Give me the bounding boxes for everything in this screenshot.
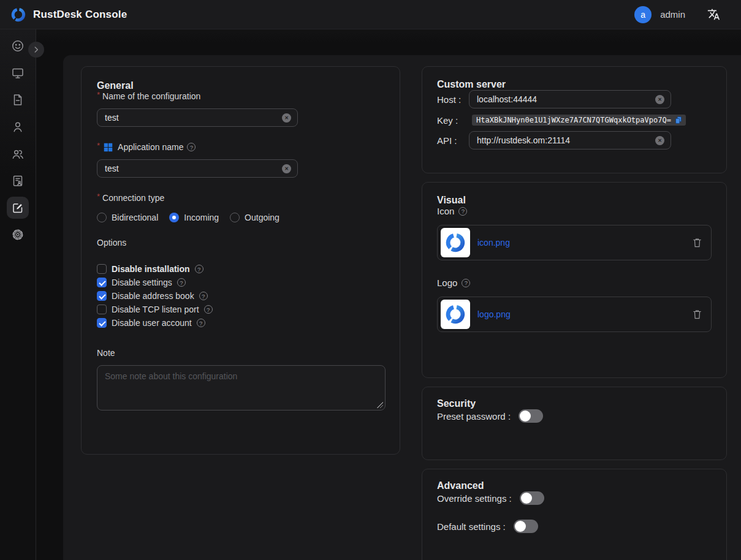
- option-disable-user-account: Disable user account: [97, 316, 384, 330]
- option-disable-settings: Disable settings: [97, 276, 384, 289]
- server-key-value: HtaXBkJNHyn0e1U1jWXze7A7CN7QTGWqxkOtpaVp…: [472, 115, 686, 126]
- host-label: Host :: [437, 94, 469, 105]
- sidebar-item-users[interactable]: [4, 113, 31, 140]
- logo-file-row: logo.png: [437, 297, 712, 332]
- required-asterisk: [97, 92, 100, 98]
- smiley-icon: [7, 35, 29, 57]
- sidebar-item-settings[interactable]: [4, 221, 31, 248]
- logo-thumbnail: [441, 300, 470, 329]
- clear-app-name-icon[interactable]: [282, 164, 291, 173]
- option-help-icon[interactable]: [199, 292, 208, 300]
- api-label: API :: [437, 135, 469, 146]
- checkbox[interactable]: [97, 318, 107, 328]
- radio-incoming[interactable]: Incoming: [169, 213, 219, 222]
- sidebar-item-custom-client[interactable]: [4, 194, 31, 221]
- required-asterisk: [97, 143, 100, 149]
- api-row: API :: [437, 131, 712, 149]
- icon-file-link[interactable]: icon.png: [477, 238, 510, 248]
- resize-handle[interactable]: [377, 402, 383, 408]
- checkbox[interactable]: [97, 278, 107, 287]
- option-disable-tcp-listen-port: Disable TCP listen port: [97, 303, 384, 316]
- advanced-title: Advanced: [437, 480, 712, 491]
- api-input[interactable]: [477, 135, 655, 145]
- sidebar-item-devices[interactable]: [4, 59, 31, 86]
- custom-server-card: Custom server Host : Key : HtaXBkJNHyn0e…: [422, 66, 727, 173]
- user-avatar[interactable]: a: [634, 6, 652, 23]
- default-settings-label: Default settings :: [437, 521, 506, 532]
- note-textarea-wrap: [97, 365, 386, 411]
- clear-api-icon[interactable]: [655, 136, 664, 145]
- config-name-input-wrap: [97, 108, 298, 127]
- security-card: Security Preset password :: [422, 387, 727, 460]
- host-input[interactable]: [477, 94, 655, 104]
- option-disable-address-book: Disable address book: [97, 289, 384, 303]
- radio-circle[interactable]: [169, 213, 179, 222]
- checkbox[interactable]: [97, 305, 107, 314]
- override-settings-row: Override settings :: [437, 491, 712, 505]
- config-name-input[interactable]: [105, 113, 282, 123]
- config-name-label-row: Name of the configuration: [97, 91, 384, 101]
- general-title: General: [97, 80, 384, 91]
- visual-title: Visual: [437, 195, 712, 206]
- app-name-label-row: Application name: [97, 142, 384, 152]
- option-help-icon[interactable]: [195, 265, 203, 273]
- icon-file-row: icon.png: [437, 225, 712, 260]
- note-textarea[interactable]: [97, 366, 385, 410]
- icon-thumbnail: [441, 228, 470, 257]
- sidebar-collapse-button[interactable]: [28, 42, 44, 58]
- sidebar-item-dashboard[interactable]: [4, 32, 31, 59]
- clear-config-name-icon[interactable]: [282, 113, 291, 123]
- username[interactable]: admin: [660, 9, 685, 20]
- security-title: Security: [437, 398, 712, 409]
- radio-outgoing[interactable]: Outgoing: [230, 213, 279, 222]
- note-label: Note: [97, 348, 384, 358]
- audit-log-icon: [7, 170, 29, 192]
- key-row: Key : HtaXBkJNHyn0e1U1jWXze7A7CN7QTGWqxk…: [437, 115, 712, 126]
- translate-icon[interactable]: [707, 8, 720, 21]
- radio-bidirectional[interactable]: Bidirectional: [97, 213, 158, 222]
- radio-circle[interactable]: [97, 213, 107, 222]
- user-icon: [7, 116, 29, 138]
- sidebar-item-documents[interactable]: [4, 86, 31, 113]
- logo-label: Logo: [437, 278, 457, 288]
- default-settings-toggle[interactable]: [514, 520, 538, 533]
- delete-icon-trash-icon[interactable]: [692, 237, 702, 248]
- copy-icon[interactable]: [674, 116, 683, 124]
- radio-circle[interactable]: [230, 213, 240, 222]
- app-name-label: Application name: [118, 142, 183, 152]
- preset-password-row: Preset password :: [437, 409, 712, 423]
- connection-type-label: Connection type: [102, 193, 164, 203]
- override-settings-toggle[interactable]: [520, 491, 544, 505]
- advanced-card: Advanced Override settings : Default set…: [422, 469, 727, 560]
- api-input-wrap: [469, 131, 671, 149]
- icon-help-icon[interactable]: [458, 207, 467, 216]
- option-help-icon[interactable]: [177, 278, 186, 287]
- config-name-label: Name of the configuration: [102, 91, 200, 101]
- override-settings-label: Override settings :: [437, 493, 512, 504]
- main-panel: General Name of the configuration Applic…: [63, 55, 741, 560]
- app-title: RustDesk Console: [33, 9, 127, 21]
- chevron-right-icon: [32, 45, 40, 54]
- option-help-icon[interactable]: [204, 305, 213, 314]
- windows-logo-icon: [104, 143, 113, 152]
- clear-host-icon[interactable]: [655, 95, 664, 104]
- icon-label-row: Icon: [437, 206, 712, 216]
- users-icon: [7, 143, 29, 165]
- checkbox[interactable]: [97, 264, 107, 274]
- app-name-help-icon[interactable]: [187, 143, 196, 151]
- sidebar-item-groups[interactable]: [4, 140, 31, 167]
- default-settings-row: Default settings :: [437, 520, 712, 533]
- app-name-input[interactable]: [105, 164, 282, 173]
- checkbox[interactable]: [97, 291, 107, 301]
- general-card: General Name of the configuration Applic…: [81, 66, 400, 455]
- sidebar-item-audit[interactable]: [4, 167, 31, 194]
- logo-file-link[interactable]: logo.png: [477, 309, 511, 319]
- preset-password-toggle[interactable]: [519, 409, 543, 423]
- logo-help-icon[interactable]: [462, 279, 470, 287]
- connection-type-label-row: Connection type: [97, 193, 384, 203]
- app-name-input-wrap: [97, 159, 298, 178]
- delete-logo-trash-icon[interactable]: [692, 309, 702, 320]
- edit-icon: [7, 197, 29, 219]
- key-label: Key :: [437, 115, 469, 126]
- option-help-icon[interactable]: [197, 319, 205, 327]
